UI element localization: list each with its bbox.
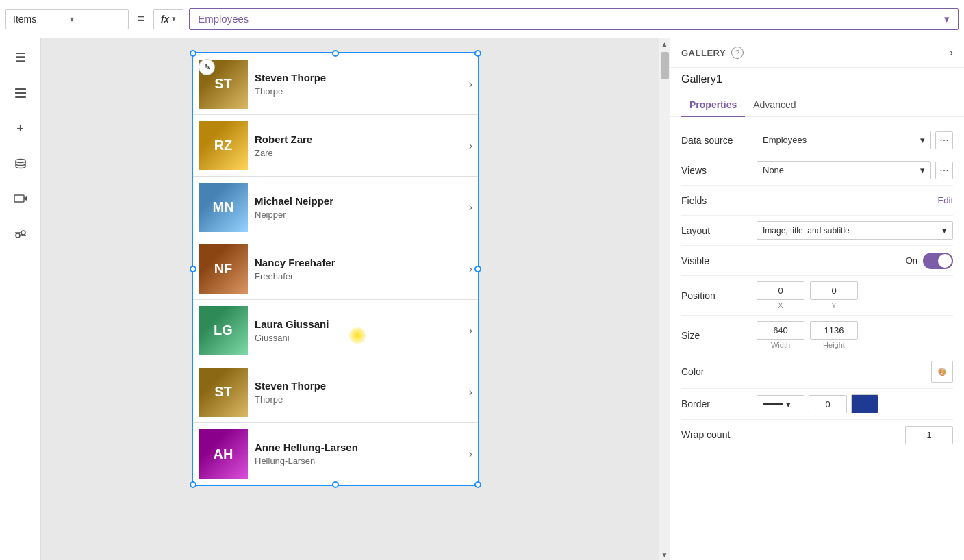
size-w-group: Width [757,321,804,349]
gallery-edit-icon[interactable]: ✎ [199,59,215,75]
wrap-count-label: Wrap count [681,429,757,440]
position-x-label: X [778,301,783,309]
data-source-dropdown[interactable]: Employees ▾ [757,131,931,149]
item-photo: RZ [199,121,248,170]
scroll-up-arrow[interactable]: ▲ [659,38,670,49]
item-name: Michael Neipper [255,195,462,207]
fx-chevron: ▾ [172,14,176,23]
item-subtitle: Thorpe [255,86,462,97]
items-chevron: ▾ [70,14,121,24]
item-subtitle: Zare [255,148,462,158]
tab-properties[interactable]: Properties [681,94,745,117]
gallery-wrapper: ✎ STSteven ThorpeThorpe›RZRobert ZareZar… [192,52,479,486]
svg-rect-2 [15,96,26,98]
item-info: Steven ThorpeThorpe [248,72,469,97]
item-chevron: › [469,201,472,214]
data-source-more-btn[interactable]: ··· [935,131,953,149]
hamburger-icon[interactable]: ☰ [10,47,31,68]
border-color-swatch[interactable] [851,394,878,413]
canvas-area: ✎ STSteven ThorpeThorpe›RZRobert ZareZar… [41,38,670,560]
item-info: Nancy FreehaferFreehafer [248,257,469,281]
panel-tabs: Properties Advanced [670,94,964,117]
scroll-down-arrow[interactable]: ▼ [659,549,670,560]
visible-row: Visible On [681,246,953,276]
item-info: Michael NeipperNeipper [248,195,469,220]
border-style-dropdown[interactable]: ▾ [757,395,804,413]
item-chevron: › [469,324,472,337]
item-name: Steven Thorpe [255,380,462,392]
item-info: Anne Hellung-LarsenHellung-Larsen [248,442,469,466]
visible-value: On [757,253,953,269]
item-name: Anne Hellung-Larsen [255,442,462,453]
gallery-item[interactable]: NFNancy FreehaferFreehafer› [193,238,478,300]
fx-button[interactable]: fx ▾ [153,9,183,29]
views-label: Views [681,165,757,176]
item-photo: NF [199,244,248,294]
visible-on-label: On [906,255,917,266]
item-name: Laura Giussani [255,318,462,330]
svg-rect-0 [15,88,26,90]
item-name: Nancy Freehafer [255,257,462,268]
main-layout: ☰ + [0,38,964,560]
size-value: Width Height [757,321,953,349]
views-row: Views None ▾ ··· [681,155,953,186]
gallery-item[interactable]: AHAnne Hellung-LarsenHellung-Larsen› [193,423,478,485]
tools-icon[interactable] [10,225,31,246]
fields-value: Edit [757,195,953,205]
size-width-input[interactable] [757,321,804,340]
svg-point-3 [16,160,25,163]
scroll-thumb[interactable] [661,52,669,79]
data-source-label: Data source [681,135,757,146]
layout-selected: Image, title, and subtitle [763,226,850,236]
top-bar: Items ▾ = fx ▾ Employees ▾ [0,0,964,38]
data-source-value: Employees ▾ ··· [757,131,953,149]
item-photo: MN [199,183,248,232]
size-height-input[interactable] [810,321,858,340]
gallery-selection: ✎ STSteven ThorpeThorpe›RZRobert ZareZar… [192,52,479,486]
border-label: Border [681,398,757,409]
views-chevron: ▾ [920,165,925,175]
color-picker-btn[interactable]: 🎨 [931,361,953,383]
item-photo: AH [199,429,248,479]
position-y-input[interactable] [810,281,858,300]
panel-body: Data source Employees ▾ ··· Views None ▾ [670,117,964,560]
svg-rect-4 [14,195,24,202]
panel-title: GALLERY [681,48,726,58]
item-info: Laura GiussaniGiussani [248,318,469,343]
item-chevron: › [469,386,472,398]
add-icon[interactable]: + [10,118,31,140]
layers-icon[interactable] [10,82,31,104]
layout-dropdown[interactable]: Image, title, and subtitle ▾ [757,221,953,240]
item-info: Steven ThorpeThorpe [248,380,469,405]
data-source-selected: Employees [763,135,807,145]
formula-bar[interactable]: Employees ▾ [189,8,959,30]
gallery-item[interactable]: STSteven ThorpeThorpe› [193,361,478,423]
toggle-knob [938,254,952,268]
gallery-item[interactable]: RZRobert ZareZare› [193,115,478,177]
items-dropdown[interactable]: Items ▾ [5,9,129,29]
fields-edit-link[interactable]: Edit [938,195,953,205]
views-more-btn[interactable]: ··· [935,162,953,179]
border-style-chevron: ▾ [786,399,791,409]
gallery-item[interactable]: MNMichael NeipperNeipper› [193,177,478,238]
media-icon[interactable] [10,189,31,211]
position-x-input[interactable] [757,281,804,300]
layout-label: Layout [681,225,757,236]
wrap-count-input[interactable] [905,426,953,444]
fields-row: Fields Edit [681,186,953,216]
item-chevron: › [469,78,472,90]
position-row: Position X Y [681,276,953,316]
visible-toggle[interactable] [923,253,953,269]
item-subtitle: Hellung-Larsen [255,456,462,466]
views-dropdown[interactable]: None ▾ [757,161,931,179]
border-width-input[interactable] [809,395,847,413]
tab-advanced[interactable]: Advanced [745,94,804,117]
items-label: Items [13,14,64,25]
gallery-item[interactable]: STSteven ThorpeThorpe› [193,53,478,115]
item-name: Robert Zare [255,133,462,145]
size-label: Size [681,330,757,341]
panel-help-icon[interactable]: ? [731,47,744,59]
database-icon[interactable] [10,153,31,175]
panel-nav-arrow[interactable]: › [950,47,953,59]
gallery-item[interactable]: LGLaura GiussaniGiussani› [193,300,478,361]
